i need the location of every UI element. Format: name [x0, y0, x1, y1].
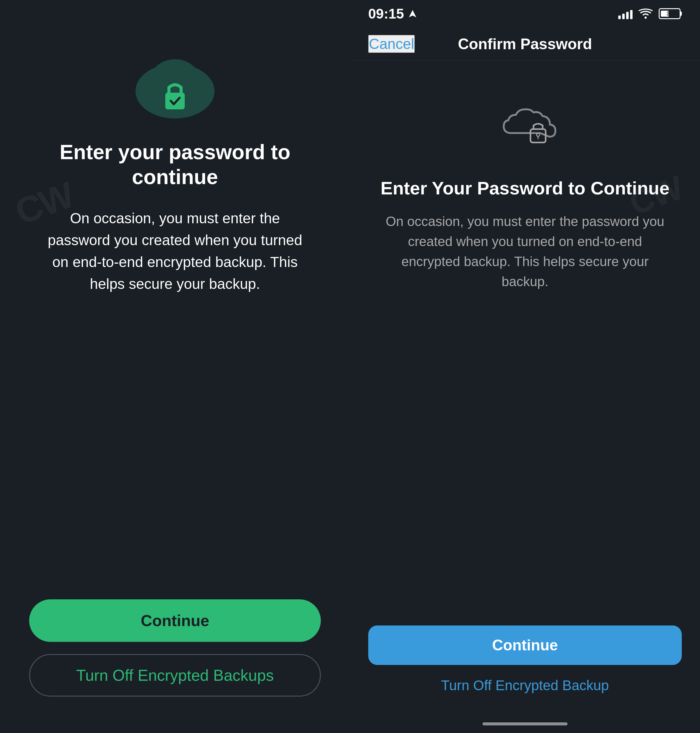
- battery-icon: 39: [659, 8, 682, 19]
- right-panel: 09:15: [350, 0, 700, 733]
- nav-bar: Cancel Confirm Password: [350, 27, 700, 61]
- left-content-area: Enter your password to continue On occas…: [24, 55, 326, 295]
- left-turn-off-button[interactable]: Turn Off Encrypted Backups: [29, 654, 321, 696]
- svg-rect-4: [165, 93, 185, 109]
- right-title: Enter Your Password to Continue: [380, 178, 669, 199]
- svg-rect-7: [531, 129, 546, 142]
- nav-title: Confirm Password: [458, 35, 592, 53]
- svg-point-8: [537, 133, 540, 137]
- right-buttons-area: Continue Turn Off Encrypted Backup: [350, 626, 700, 715]
- home-bar: [482, 722, 568, 726]
- cancel-button[interactable]: Cancel: [368, 35, 415, 53]
- signal-bar-4: [630, 10, 632, 19]
- right-continue-button[interactable]: Continue: [368, 626, 682, 665]
- time-display: 09:15: [368, 6, 404, 22]
- right-content-area: Enter Your Password to Continue On occas…: [350, 61, 700, 626]
- left-panel: Enter your password to continue On occas…: [0, 0, 350, 733]
- status-time-area: 09:15: [368, 6, 417, 22]
- right-cloud-lock-icon: [485, 97, 565, 159]
- left-title: Enter your password to continue: [24, 140, 326, 189]
- left-buttons-area: Continue Turn Off Encrypted Backups: [29, 599, 321, 696]
- svg-marker-5: [409, 10, 416, 17]
- right-description: On occasion, you must enter the password…: [379, 212, 671, 292]
- signal-bars-icon: [618, 8, 632, 19]
- left-continue-button[interactable]: Continue: [29, 599, 321, 642]
- home-indicator: [350, 715, 700, 733]
- right-turn-off-button[interactable]: Turn Off Encrypted Backup: [438, 674, 612, 696]
- signal-bar-1: [618, 16, 621, 19]
- cloud-lock-icon: [132, 55, 218, 122]
- svg-point-6: [645, 17, 647, 19]
- status-bar: 09:15: [350, 0, 700, 27]
- signal-bar-2: [622, 14, 625, 19]
- battery-level: 39: [666, 11, 673, 17]
- location-icon: [408, 9, 417, 18]
- wifi-icon: [639, 8, 653, 19]
- left-description: On occasion, you must enter the password…: [38, 207, 312, 295]
- signal-bar-3: [626, 12, 629, 19]
- status-icons-area: 39: [618, 8, 682, 19]
